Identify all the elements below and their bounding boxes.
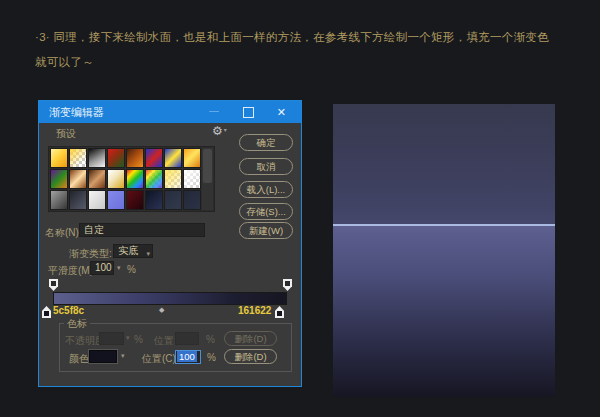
left-stop-hex-label: 5c5f8c xyxy=(53,305,84,316)
preset-swatch-red-to-green[interactable] xyxy=(107,148,125,168)
scrollbar-thumb[interactable] xyxy=(203,149,212,183)
opacity-chevron-icon: ▾ xyxy=(126,334,130,342)
preset-swatch-transparent-rainbow[interactable] xyxy=(145,169,163,189)
preset-swatch-pale-yellow-transparent[interactable] xyxy=(164,169,182,189)
preset-swatch-copper[interactable] xyxy=(88,169,106,189)
preset-swatch-spectrum[interactable] xyxy=(126,169,144,189)
stops-legend: 色标 xyxy=(64,317,90,331)
gradient-editor-dialog: 渐变编辑器 — ✕ 预设 ⚙ 确定 取消 载入(L)... 存储(S)... 新… xyxy=(38,100,302,387)
gradient-type-value: 实底 xyxy=(118,245,138,256)
opacity-position-label: 位置: xyxy=(154,334,177,348)
color-position-label: 位置(C): xyxy=(142,352,179,366)
dialog-titlebar[interactable]: 渐变编辑器 — ✕ xyxy=(39,101,301,123)
delete-opacity-stop-button: 删除(D) xyxy=(224,331,277,346)
opacity-position-input xyxy=(175,332,199,345)
presets-scrollbar[interactable] xyxy=(202,148,213,210)
tutorial-page: ·3· 同理，接下来绘制水面，也是和上面一样的方法，在参考线下方绘制一个矩形，填… xyxy=(0,0,600,417)
smoothness-unit: % xyxy=(127,264,136,275)
midpoint-diamond-icon[interactable]: ◆ xyxy=(159,306,164,314)
color-stop-left[interactable] xyxy=(42,306,51,318)
color-chevron-icon[interactable]: ▾ xyxy=(121,352,125,360)
preset-swatch-white-gray[interactable] xyxy=(88,190,106,210)
chevron-down-icon: ▾ xyxy=(146,248,150,260)
preset-swatch-brown-to-orange[interactable] xyxy=(126,148,144,168)
dialog-title: 渐变编辑器 xyxy=(49,101,104,123)
preset-swatch-blue-red-blue[interactable] xyxy=(145,148,163,168)
tutorial-text: ·3· 同理，接下来绘制水面，也是和上面一样的方法，在参考线下方绘制一个矩形，填… xyxy=(35,25,549,75)
new-button[interactable]: 新建(W) xyxy=(239,222,293,239)
load-button[interactable]: 载入(L)... xyxy=(239,181,293,198)
color-stop-right[interactable] xyxy=(275,306,284,318)
color-position-input[interactable]: 100 xyxy=(175,350,201,364)
presets-panel xyxy=(48,146,215,212)
opacity-position-unit: % xyxy=(206,334,215,345)
presets-label: 预设 xyxy=(56,127,76,141)
smoothness-input[interactable]: 100 xyxy=(90,261,114,275)
sky-gradient-rectangle xyxy=(333,104,555,224)
color-position-unit: % xyxy=(207,352,216,363)
preset-swatch-black-to-white[interactable] xyxy=(88,148,106,168)
stops-group: 色标 不透明度: ▾ % 位置: % 删除(D) 颜色: ▾ 位置(C): 10… xyxy=(59,323,292,372)
preset-swatch-maroon[interactable] xyxy=(126,190,144,210)
gradient-type-label: 渐变类型: xyxy=(69,247,112,261)
save-button[interactable]: 存储(S)... xyxy=(239,203,293,220)
maximize-icon[interactable] xyxy=(243,107,254,118)
tutorial-line-1: ·3· 同理，接下来绘制水面，也是和上面一样的方法，在参考线下方绘制一个矩形，填… xyxy=(35,25,549,50)
canvas-artboard[interactable] xyxy=(333,104,555,397)
smoothness-label: 平滑度(M): xyxy=(48,264,96,278)
opacity-unit: % xyxy=(134,334,143,345)
preset-swatch-periwinkle[interactable] xyxy=(107,190,125,210)
preset-swatch-gold[interactable] xyxy=(50,148,68,168)
gradient-type-dropdown[interactable]: 实底 ▾ xyxy=(113,244,153,258)
name-label: 名称(N): xyxy=(45,226,82,240)
preset-swatch-navy[interactable] xyxy=(145,190,163,210)
preset-swatch-white-transparent[interactable] xyxy=(183,169,201,189)
preset-swatch-copper-highlight[interactable] xyxy=(69,169,87,189)
preset-swatch-violet-green-orange[interactable] xyxy=(50,169,68,189)
ok-button[interactable]: 确定 xyxy=(239,134,293,151)
color-position-value: 100 xyxy=(177,351,197,362)
cancel-button[interactable]: 取消 xyxy=(239,158,293,175)
water-gradient-rectangle xyxy=(333,226,555,397)
preset-swatch-grid xyxy=(50,148,202,211)
preset-swatch-gold-white[interactable] xyxy=(107,169,125,189)
gear-icon[interactable]: ⚙ xyxy=(212,124,227,138)
preset-swatch-orange-gold[interactable] xyxy=(183,148,201,168)
opacity-input xyxy=(99,332,124,345)
preset-swatch-dark-slate[interactable] xyxy=(69,190,87,210)
preset-swatch-gray[interactable] xyxy=(50,190,68,210)
gradient-preview-bar[interactable] xyxy=(53,292,287,305)
tutorial-line-2: 就可以了～ xyxy=(35,50,549,75)
opacity-stop-left[interactable] xyxy=(49,279,58,291)
name-input[interactable]: 自定 xyxy=(79,223,205,237)
right-stop-hex-label: 161622 xyxy=(238,305,271,316)
preset-swatch-charcoal-blue[interactable] xyxy=(164,190,182,210)
preset-swatch-dark-blue-gray[interactable] xyxy=(183,190,201,210)
color-swatch-button[interactable] xyxy=(89,350,117,363)
minimize-icon[interactable]: — xyxy=(209,101,219,121)
preset-swatch-blue-yellow-blue[interactable] xyxy=(164,148,182,168)
opacity-stop-right[interactable] xyxy=(283,279,292,291)
smoothness-chevron-icon[interactable]: ▾ xyxy=(117,264,121,272)
delete-color-stop-button[interactable]: 删除(D) xyxy=(224,349,277,364)
preset-swatch-yellow-to-transparent[interactable] xyxy=(69,148,87,168)
close-icon[interactable]: ✕ xyxy=(277,101,286,123)
